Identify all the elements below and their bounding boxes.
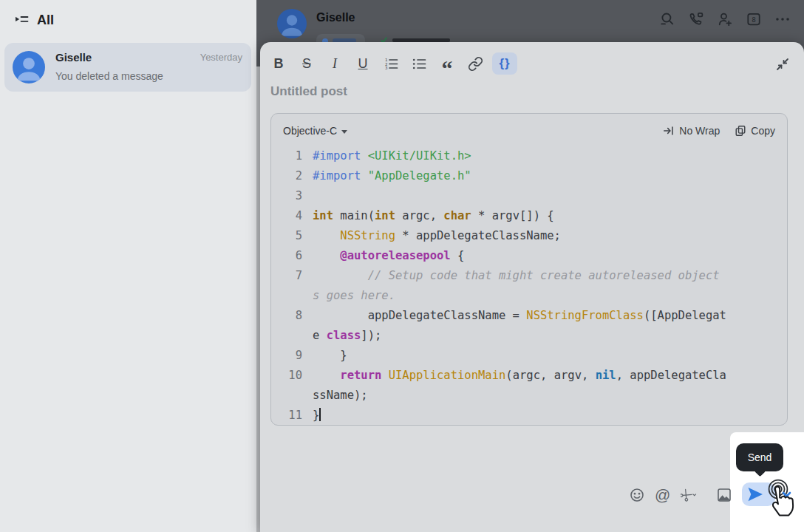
- attach-image-button[interactable]: [716, 487, 732, 503]
- quote-button[interactable]: “: [436, 52, 458, 75]
- send-tooltip: Send: [736, 443, 783, 471]
- send-button[interactable]: [742, 482, 775, 506]
- italic-button[interactable]: I: [324, 52, 346, 75]
- scissors-icon: [681, 487, 697, 503]
- image-icon: [716, 487, 732, 503]
- code-line: 6 @autoreleasepool {: [283, 246, 775, 266]
- chat-name: Giselle: [55, 51, 92, 64]
- code-line: 5 NSString * appDelegateClassName;: [283, 226, 775, 246]
- svg-text:3: 3: [385, 66, 388, 70]
- code-editor-area[interactable]: 1#import <UIKit/UIKit.h>2#import "AppDel…: [271, 140, 787, 433]
- code-line: 3: [283, 186, 775, 206]
- post-title-input[interactable]: Untitled post: [270, 84, 347, 99]
- unordered-list-icon: [412, 56, 427, 72]
- bold-button[interactable]: B: [268, 52, 290, 75]
- send-icon: [746, 487, 764, 502]
- avatar: [13, 51, 45, 83]
- link-icon: [468, 56, 483, 72]
- at-icon: @: [655, 486, 670, 503]
- code-line: 4int main(int argc, char * argv[]) {: [283, 206, 775, 226]
- send-tooltip-label: Send: [748, 451, 772, 463]
- copy-label: Copy: [751, 125, 775, 137]
- call-icon[interactable]: [688, 11, 704, 27]
- copy-button[interactable]: Copy: [735, 125, 775, 137]
- language-selector[interactable]: Objective-C: [283, 125, 347, 137]
- chevron-down-icon: [341, 130, 347, 134]
- copy-icon: [735, 125, 746, 137]
- ordered-list-button[interactable]: 1 2 3: [380, 52, 402, 75]
- chat-last-message: You deleted a message: [55, 70, 163, 82]
- post-editor-modal: B S I U 1 2 3 “ {}: [260, 42, 804, 532]
- code-block-button[interactable]: {}: [492, 52, 517, 75]
- calendar-icon[interactable]: 8: [746, 11, 762, 27]
- chat-timestamp: Yesterday: [200, 52, 242, 63]
- add-member-icon[interactable]: [717, 11, 733, 27]
- no-wrap-label: No Wrap: [679, 125, 720, 137]
- svg-text:8: 8: [752, 16, 756, 24]
- code-line: 10 return UIApplicationMain(argc, argv, …: [283, 366, 775, 386]
- code-line: ssName);: [283, 386, 775, 406]
- code-line: 2#import "AppDelegate.h": [283, 166, 775, 186]
- code-line: 8 appDelegateClassName = NSStringFromCla…: [283, 306, 775, 326]
- code-line: 11}: [283, 406, 775, 426]
- emoji-icon: [629, 487, 645, 503]
- no-wrap-icon: [663, 125, 675, 137]
- collapse-editor-icon[interactable]: [775, 57, 790, 72]
- mention-button[interactable]: @: [655, 486, 670, 504]
- formatting-toolbar: B S I U 1 2 3 “ {}: [268, 52, 517, 75]
- language-label: Objective-C: [283, 125, 337, 137]
- code-block-header: Objective-C No Wrap Copy: [271, 114, 787, 140]
- emoji-button[interactable]: [629, 487, 645, 503]
- more-options-icon[interactable]: [774, 11, 791, 27]
- sidebar-header: All: [0, 0, 256, 35]
- underline-button[interactable]: U: [352, 52, 374, 75]
- chat-filter-icon[interactable]: [13, 12, 30, 28]
- chat-header-title: Giselle: [316, 11, 355, 24]
- code-line: 9 }: [283, 346, 775, 366]
- strikethrough-button[interactable]: S: [296, 52, 318, 75]
- text-cursor: [319, 408, 321, 421]
- sidebar-title: All: [37, 13, 54, 28]
- code-line: s goes here.: [283, 286, 775, 306]
- search-icon[interactable]: [659, 11, 675, 27]
- link-button[interactable]: [464, 52, 486, 75]
- code-line: 7 // Setup code that might create autore…: [283, 266, 775, 286]
- code-line: e class]);: [283, 326, 775, 346]
- chat-list-item-giselle[interactable]: Giselle Yesterday You deleted a message: [4, 43, 251, 92]
- unordered-list-button[interactable]: [408, 52, 430, 75]
- ordered-list-icon: 1 2 3: [384, 56, 399, 72]
- avatar: [277, 9, 307, 38]
- chat-list-sidebar: All Giselle Yesterday You deleted a mess…: [0, 0, 256, 532]
- code-block: Objective-C No Wrap Copy 1#import <: [270, 113, 788, 426]
- code-line: 1#import <UIKit/UIKit.h>: [283, 146, 775, 166]
- no-wrap-button[interactable]: No Wrap: [663, 125, 720, 137]
- snippet-button[interactable]: [681, 487, 697, 503]
